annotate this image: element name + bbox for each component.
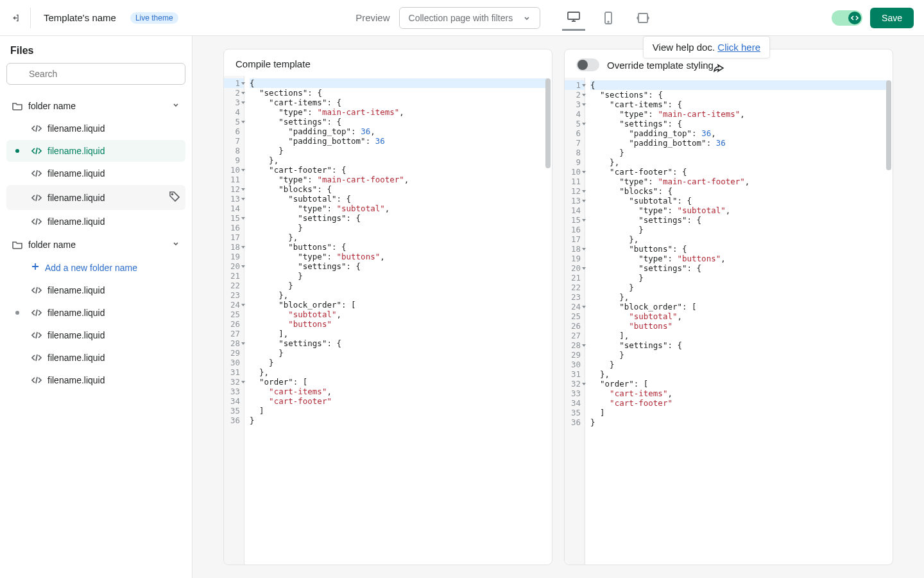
code-line[interactable]: "subtotal", bbox=[250, 310, 547, 319]
code-line[interactable]: "order": [ bbox=[250, 377, 547, 387]
scrollbar[interactable] bbox=[545, 78, 551, 194]
mobile-icon[interactable] bbox=[597, 5, 620, 31]
code-line[interactable]: "type": "subtotal", bbox=[250, 204, 547, 213]
code-line[interactable]: "cart-items", bbox=[590, 389, 887, 398]
file-item[interactable]: filename.liquid bbox=[6, 162, 185, 184]
code-line[interactable]: "type": "main-cart-footer", bbox=[250, 175, 547, 184]
code-line[interactable]: "settings": { bbox=[590, 340, 887, 350]
code-line[interactable]: } bbox=[590, 350, 887, 360]
code-line[interactable]: "padding_top": 36, bbox=[590, 128, 887, 138]
code-line[interactable]: } bbox=[250, 223, 547, 232]
file-item[interactable]: filename.liquid bbox=[6, 185, 185, 210]
code-line[interactable]: "cart-footer" bbox=[590, 398, 887, 408]
code-line[interactable]: "settings": { bbox=[250, 261, 547, 271]
page-dropdown[interactable]: Collection page with filters bbox=[399, 7, 540, 29]
left-editor[interactable]: 1234567891011121314151617181920212223242… bbox=[224, 76, 552, 565]
override-toggle[interactable] bbox=[576, 58, 599, 71]
code-line[interactable]: "blocks": { bbox=[590, 186, 887, 196]
code-line[interactable]: }, bbox=[590, 369, 887, 379]
code-line[interactable]: "cart-footer": { bbox=[590, 167, 887, 177]
code-toggle[interactable] bbox=[832, 10, 862, 26]
code-line[interactable]: "settings": { bbox=[250, 338, 547, 348]
code-line[interactable]: "blocks": { bbox=[250, 184, 547, 194]
code-line[interactable]: "cart-footer": { bbox=[250, 165, 547, 175]
code-line[interactable]: }, bbox=[250, 232, 547, 242]
tag-icon[interactable] bbox=[169, 191, 180, 204]
file-item[interactable]: filename.liquid bbox=[6, 347, 185, 369]
code-line[interactable]: "cart-items", bbox=[250, 387, 547, 396]
code-line[interactable]: } bbox=[250, 271, 547, 281]
code-line[interactable]: }, bbox=[590, 234, 887, 244]
file-item[interactable]: filename.liquid bbox=[6, 118, 185, 139]
code-line[interactable]: } bbox=[250, 358, 547, 367]
file-item[interactable]: filename.liquid bbox=[6, 211, 185, 232]
code-line[interactable]: "settings": { bbox=[250, 117, 547, 127]
code-line[interactable]: } bbox=[590, 148, 887, 157]
code-line[interactable]: "sections": { bbox=[250, 88, 547, 98]
right-editor[interactable]: 1234567891011121314151617181920212223242… bbox=[565, 78, 893, 565]
code-line[interactable]: { bbox=[590, 80, 887, 90]
fullwidth-icon[interactable] bbox=[631, 5, 654, 31]
code-line[interactable]: "padding_top": 36, bbox=[250, 127, 547, 136]
code-line[interactable]: "settings": { bbox=[590, 119, 887, 128]
folder-item[interactable]: folder name bbox=[6, 94, 185, 117]
code-line[interactable]: "buttons": { bbox=[250, 242, 547, 252]
code-line[interactable]: "order": [ bbox=[590, 379, 887, 389]
code-line[interactable]: "subtotal", bbox=[590, 311, 887, 321]
code-line[interactable]: "type": "buttons", bbox=[590, 254, 887, 263]
code-line[interactable]: } bbox=[250, 146, 547, 155]
search-input[interactable] bbox=[6, 63, 185, 85]
code-line[interactable]: }, bbox=[590, 292, 887, 302]
scrollbar[interactable] bbox=[886, 80, 891, 196]
code-line[interactable]: } bbox=[590, 283, 887, 292]
code-line[interactable]: } bbox=[250, 416, 547, 425]
back-button[interactable] bbox=[10, 8, 31, 28]
code-line[interactable]: "type": "subtotal", bbox=[590, 206, 887, 215]
code-line[interactable]: } bbox=[590, 360, 887, 369]
code-line[interactable]: "settings": { bbox=[590, 215, 887, 225]
code-line[interactable]: } bbox=[590, 225, 887, 234]
code-line[interactable]: "buttons" bbox=[250, 319, 547, 329]
code-line[interactable]: "cart-footer" bbox=[250, 396, 547, 406]
code-line[interactable]: }, bbox=[590, 157, 887, 167]
help-link[interactable]: Click here bbox=[717, 42, 760, 53]
code-line[interactable]: "type": "main-cart-items", bbox=[590, 109, 887, 119]
file-item[interactable]: filename.liquid bbox=[6, 324, 185, 346]
code-line[interactable]: "type": "main-cart-items", bbox=[250, 107, 547, 117]
code-line[interactable]: "type": "main-cart-footer", bbox=[590, 177, 887, 186]
code-line[interactable]: "settings": { bbox=[250, 213, 547, 223]
code-line[interactable]: "block_order": [ bbox=[250, 300, 547, 310]
code-line[interactable]: "type": "buttons", bbox=[250, 252, 547, 261]
code-area[interactable]: { "sections": { "cart-items": { "type": … bbox=[244, 76, 552, 565]
desktop-icon[interactable] bbox=[562, 5, 585, 31]
code-line[interactable]: } bbox=[250, 348, 547, 358]
code-line[interactable]: ] bbox=[250, 406, 547, 416]
code-line[interactable]: ], bbox=[590, 331, 887, 340]
file-item[interactable]: filename.liquid bbox=[6, 279, 185, 301]
folder-item[interactable]: folder name bbox=[6, 233, 185, 256]
file-item[interactable]: filename.liquid bbox=[6, 302, 185, 324]
add-folder-button[interactable]: Add a new folder name bbox=[6, 256, 185, 279]
file-item[interactable]: filename.liquid bbox=[6, 140, 185, 162]
code-line[interactable]: "padding_bottom": 36 bbox=[250, 136, 547, 146]
code-line[interactable]: "sections": { bbox=[590, 90, 887, 100]
code-line[interactable]: ], bbox=[250, 329, 547, 338]
code-line[interactable]: } bbox=[590, 417, 887, 427]
code-line[interactable]: "block_order": [ bbox=[590, 302, 887, 311]
code-line[interactable]: "cart-items": { bbox=[590, 100, 887, 109]
code-line[interactable]: { bbox=[250, 78, 547, 88]
save-button[interactable]: Save bbox=[870, 8, 914, 28]
code-line[interactable]: } bbox=[590, 273, 887, 283]
code-line[interactable]: }, bbox=[250, 155, 547, 165]
code-line[interactable]: "padding_bottom": 36 bbox=[590, 138, 887, 148]
code-line[interactable]: ] bbox=[590, 408, 887, 417]
code-line[interactable]: "settings": { bbox=[590, 263, 887, 273]
code-line[interactable]: "subtotal": { bbox=[250, 194, 547, 204]
code-line[interactable]: "buttons" bbox=[590, 321, 887, 331]
code-area[interactable]: { "sections": { "cart-items": { "type": … bbox=[585, 78, 893, 565]
code-line[interactable]: } bbox=[250, 281, 547, 290]
file-item[interactable]: filename.liquid bbox=[6, 369, 185, 391]
code-line[interactable]: "subtotal": { bbox=[590, 196, 887, 206]
code-line[interactable]: }, bbox=[250, 290, 547, 300]
code-line[interactable]: }, bbox=[250, 367, 547, 377]
